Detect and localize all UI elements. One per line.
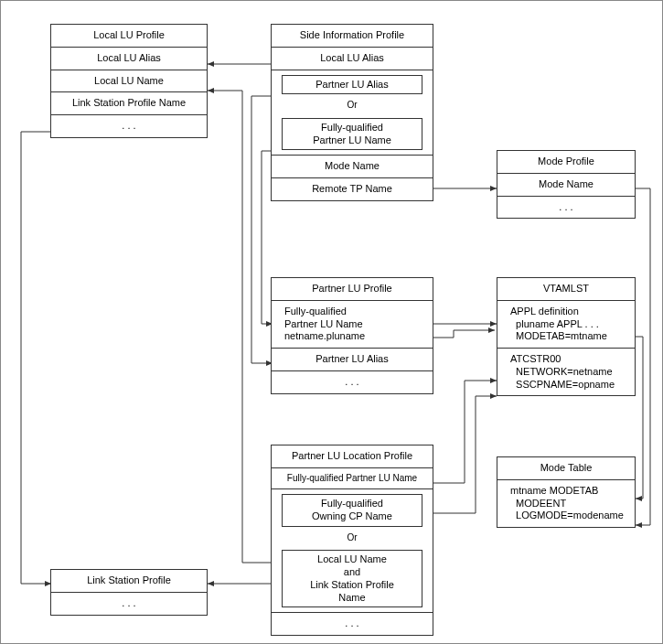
partner-lu-fq: Fully-qualified Partner LU Name netname.… <box>272 301 433 349</box>
partner-lu-more: . . . <box>272 371 433 393</box>
vtamlst-title: VTAMLST <box>497 278 635 301</box>
partner-loc-fq: Fully-qualified Partner LU Name <box>272 468 433 490</box>
side-info-mode-name: Mode Name <box>272 156 433 178</box>
local-lu-title: Local LU Profile <box>51 25 207 48</box>
local-lu-name: Local LU Name <box>51 70 207 93</box>
partner-loc-box: Partner LU Location Profile Fully-qualif… <box>271 445 433 636</box>
diagram-canvas: Local LU Profile Local LU Alias Local LU… <box>0 0 663 644</box>
link-station-box: Link Station Profile . . . <box>50 569 208 616</box>
side-info-partner-lu-alias: Partner LU Alias <box>282 75 423 95</box>
partner-loc-title: Partner LU Location Profile <box>272 445 433 468</box>
partner-loc-or: Or <box>272 531 433 546</box>
local-lu-profile-box: Local LU Profile Local LU Alias Local LU… <box>50 24 208 138</box>
link-station-more: . . . <box>51 593 207 615</box>
partner-loc-more: . . . <box>272 613 433 635</box>
partner-loc-owning-cp: Fully-qualified Owning CP Name <box>282 494 423 527</box>
mode-profile-box: Mode Profile Mode Name . . . <box>497 150 636 219</box>
partner-lu-title: Partner LU Profile <box>272 278 433 301</box>
side-info-or: Or <box>272 99 433 113</box>
side-info-box: Side Information Profile Local LU Alias … <box>271 24 433 201</box>
mode-profile-title: Mode Profile <box>497 151 635 174</box>
mode-table-title: Mode Table <box>497 457 635 480</box>
vtamlst-appl: APPL definition pluname APPL . . . MODET… <box>497 301 635 349</box>
partner-loc-group: Fully-qualified Owning CP Name Or Local … <box>272 494 433 613</box>
mode-table-box: Mode Table mtname MODETAB MODEENT LOGMOD… <box>497 456 636 528</box>
side-info-partner-group: Partner LU Alias Or Fully-qualified Part… <box>272 75 433 156</box>
local-lu-more: . . . <box>51 115 207 137</box>
mode-table-body: mtname MODETAB MODEENT LOGMODE=modename <box>497 480 635 527</box>
vtamlst-atc: ATCSTR00 NETWORK=netname SSCPNAME=opname <box>497 349 635 395</box>
mode-profile-mode-name: Mode Name <box>497 174 635 197</box>
side-info-fq-partner: Fully-qualified Partner LU Name <box>282 118 423 151</box>
side-info-remote-tp: Remote TP Name <box>272 178 433 200</box>
local-lu-alias: Local LU Alias <box>51 48 207 70</box>
side-info-local-lu-alias: Local LU Alias <box>272 48 433 70</box>
vtamlst-box: VTAMLST APPL definition pluname APPL . .… <box>497 277 636 396</box>
link-station-title: Link Station Profile <box>51 570 207 593</box>
local-lu-linkstation: Link Station Profile Name <box>51 92 207 115</box>
partner-loc-local-link: Local LU Name and Link Station Profile N… <box>282 550 423 607</box>
partner-lu-box: Partner LU Profile Fully-qualified Partn… <box>271 277 433 394</box>
side-info-title: Side Information Profile <box>272 25 433 48</box>
partner-lu-alias: Partner LU Alias <box>272 349 433 371</box>
mode-profile-more: . . . <box>497 197 635 219</box>
